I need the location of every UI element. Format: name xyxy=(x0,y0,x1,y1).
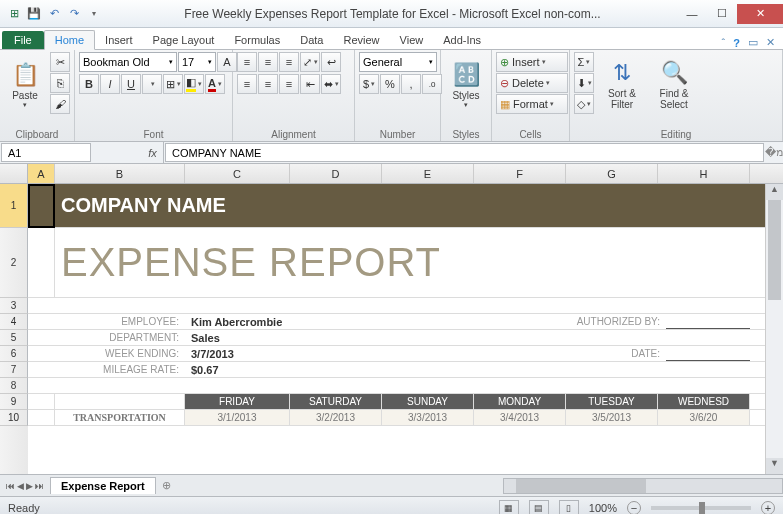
window-restore-icon[interactable]: ▭ xyxy=(748,36,758,49)
decrease-indent-button[interactable]: ⇤ xyxy=(300,74,320,94)
cell-title[interactable]: EXPENSE REPORT xyxy=(55,228,750,297)
align-left-button[interactable]: ≡ xyxy=(237,74,257,94)
sort-filter-button[interactable]: ⇅ Sort & Filter xyxy=(598,52,646,118)
font-color-button[interactable]: A xyxy=(205,74,225,94)
horizontal-scrollbar[interactable] xyxy=(503,478,783,494)
orientation-button[interactable]: ⤢ xyxy=(300,52,320,72)
increase-decimal-button[interactable]: .0 xyxy=(422,74,442,94)
col-header-h[interactable]: H xyxy=(658,164,750,183)
tab-page-layout[interactable]: Page Layout xyxy=(143,31,225,49)
minimize-ribbon-icon[interactable]: ˆ xyxy=(722,37,726,49)
redo-icon[interactable]: ↷ xyxy=(66,6,82,22)
format-painter-button[interactable]: 🖌 xyxy=(50,94,70,114)
fx-button[interactable]: fx xyxy=(142,142,164,163)
comma-button[interactable]: , xyxy=(401,74,421,94)
tab-review[interactable]: Review xyxy=(333,31,389,49)
zoom-slider-thumb[interactable] xyxy=(699,502,705,514)
mileage-label[interactable]: MILEAGE RATE: xyxy=(55,362,185,377)
paste-button[interactable]: 📋 Paste ▾ xyxy=(4,52,46,118)
tab-formulas[interactable]: Formulas xyxy=(224,31,290,49)
minimize-button[interactable]: — xyxy=(677,4,707,24)
align-right-button[interactable]: ≡ xyxy=(279,74,299,94)
merge-button[interactable]: ⬌ xyxy=(321,74,341,94)
day-wednesday[interactable]: WEDNESD xyxy=(658,394,750,409)
align-top-button[interactable]: ≡ xyxy=(237,52,257,72)
select-all-corner[interactable] xyxy=(0,164,28,183)
week-ending-label[interactable]: WEEK ENDING: xyxy=(55,346,185,361)
tab-insert[interactable]: Insert xyxy=(95,31,143,49)
new-sheet-button[interactable]: ⊕ xyxy=(156,479,177,492)
underline-button[interactable]: U xyxy=(121,74,141,94)
page-break-view-button[interactable]: ▯ xyxy=(559,500,579,515)
row-header-4[interactable]: 4 xyxy=(0,314,28,330)
cell-a2[interactable] xyxy=(28,228,55,297)
maximize-button[interactable]: ☐ xyxy=(707,4,737,24)
zoom-in-button[interactable]: + xyxy=(761,501,775,515)
underline-dropdown[interactable] xyxy=(142,74,162,94)
tab-addins[interactable]: Add-Ins xyxy=(433,31,491,49)
cells-area[interactable]: COMPANY NAME EXPENSE REPORT EMPLOYEE: Ki… xyxy=(28,184,783,474)
help-icon[interactable]: ? xyxy=(733,37,740,49)
hscroll-thumb[interactable] xyxy=(516,479,646,493)
col-header-f[interactable]: F xyxy=(474,164,566,183)
col-header-g[interactable]: G xyxy=(566,164,658,183)
italic-button[interactable]: I xyxy=(100,74,120,94)
vertical-scrollbar[interactable]: ▲ ▼ xyxy=(765,184,783,474)
date-1[interactable]: 3/2/2013 xyxy=(290,410,382,425)
save-icon[interactable]: 💾 xyxy=(26,6,42,22)
autosum-button[interactable]: Σ xyxy=(574,52,594,72)
sheet-tab-active[interactable]: Expense Report xyxy=(50,477,156,494)
scroll-down-icon[interactable]: ▼ xyxy=(766,458,783,474)
row-header-6[interactable]: 6 xyxy=(0,346,28,362)
fill-color-button[interactable]: ◧ xyxy=(184,74,204,94)
fill-button[interactable]: ⬇ xyxy=(574,73,594,93)
formula-expand-button[interactable]: �מ xyxy=(765,142,783,163)
page-layout-view-button[interactable]: ▤ xyxy=(529,500,549,515)
date-2[interactable]: 3/3/2013 xyxy=(382,410,474,425)
employee-value[interactable]: Kim Abercrombie xyxy=(185,314,382,329)
row-header-2[interactable]: 2 xyxy=(0,228,28,298)
close-button[interactable]: ✕ xyxy=(737,4,783,24)
employee-label[interactable]: EMPLOYEE: xyxy=(55,314,185,329)
mileage-value[interactable]: $0.67 xyxy=(185,362,750,377)
normal-view-button[interactable]: ▦ xyxy=(499,500,519,515)
row-header-7[interactable]: 7 xyxy=(0,362,28,378)
format-cells-button[interactable]: ▦Format xyxy=(496,94,568,114)
zoom-level[interactable]: 100% xyxy=(589,502,617,514)
transportation-label[interactable]: TRANSPORTATION xyxy=(55,410,185,425)
delete-cells-button[interactable]: ⊖Delete xyxy=(496,73,568,93)
sheet-prev-icon[interactable]: ◀ xyxy=(17,481,24,491)
day-sunday[interactable]: SUNDAY xyxy=(382,394,474,409)
date-3[interactable]: 3/4/2013 xyxy=(474,410,566,425)
cell-row3[interactable] xyxy=(28,298,750,313)
sheet-next-icon[interactable]: ▶ xyxy=(26,481,33,491)
bold-button[interactable]: B xyxy=(79,74,99,94)
col-header-b[interactable]: B xyxy=(55,164,185,183)
align-center-button[interactable]: ≡ xyxy=(258,74,278,94)
currency-button[interactable]: $ xyxy=(359,74,379,94)
date-label[interactable]: DATE: xyxy=(566,346,666,361)
file-tab[interactable]: File xyxy=(2,31,44,49)
scroll-thumb[interactable] xyxy=(768,200,781,300)
qat-dropdown-icon[interactable]: ▾ xyxy=(86,6,102,22)
number-format-combo[interactable]: General▾ xyxy=(359,52,437,72)
window-close-icon[interactable]: ✕ xyxy=(766,36,775,49)
tab-home[interactable]: Home xyxy=(44,30,95,50)
sheet-last-icon[interactable]: ⏭ xyxy=(35,481,44,491)
row-header-10[interactable]: 10 xyxy=(0,410,28,426)
formula-input[interactable]: COMPANY NAME xyxy=(165,143,764,162)
find-select-button[interactable]: 🔍 Find & Select xyxy=(650,52,698,118)
zoom-out-button[interactable]: − xyxy=(627,501,641,515)
insert-cells-button[interactable]: ⊕Insert xyxy=(496,52,568,72)
border-button[interactable]: ⊞ xyxy=(163,74,183,94)
date-0[interactable]: 3/1/2013 xyxy=(185,410,290,425)
col-header-e[interactable]: E xyxy=(382,164,474,183)
week-ending-value[interactable]: 3/7/2013 xyxy=(185,346,382,361)
wrap-text-button[interactable]: ↩ xyxy=(321,52,341,72)
department-label[interactable]: DEPARTMENT: xyxy=(55,330,185,345)
percent-button[interactable]: % xyxy=(380,74,400,94)
department-value[interactable]: Sales xyxy=(185,330,750,345)
row-header-8[interactable]: 8 xyxy=(0,378,28,394)
align-middle-button[interactable]: ≡ xyxy=(258,52,278,72)
day-friday[interactable]: FRIDAY xyxy=(185,394,290,409)
